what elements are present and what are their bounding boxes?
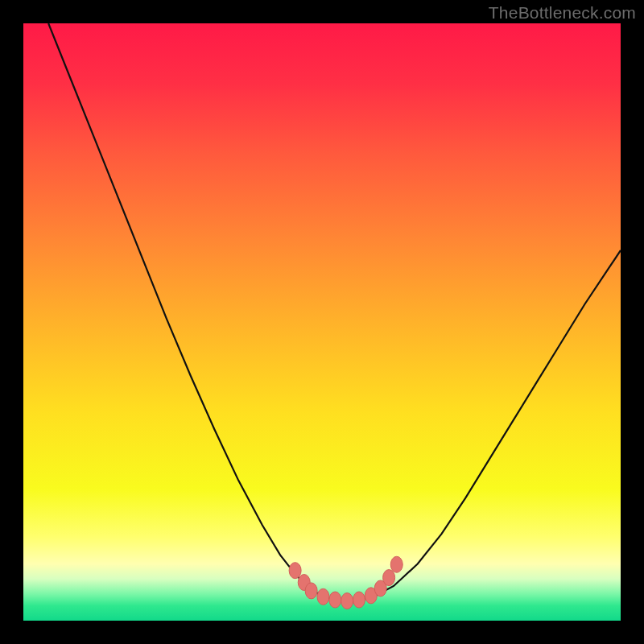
watermark-text: TheBottleneck.com	[489, 3, 636, 23]
curve-bead	[289, 563, 301, 579]
curve-bead	[317, 588, 329, 605]
bottleneck-curve	[23, 23, 621, 621]
curve-bead	[305, 583, 317, 599]
curve-bead	[353, 592, 365, 608]
plot-area	[23, 23, 621, 621]
curve-bead	[329, 592, 341, 608]
curve-bead	[383, 570, 395, 586]
curve-bead	[390, 556, 402, 572]
outer-frame: TheBottleneck.com	[0, 0, 644, 644]
curve-bead	[341, 593, 353, 609]
